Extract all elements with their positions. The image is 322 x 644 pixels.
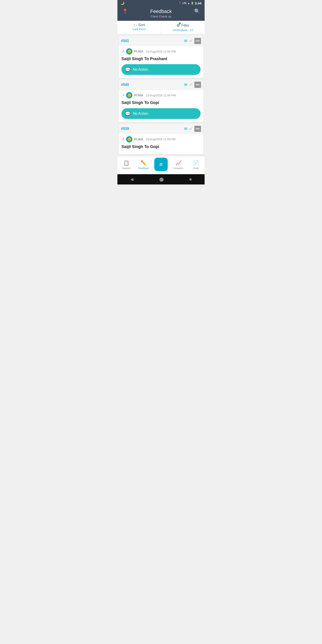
filter-icon-label-row: ⚙ Filter — [176, 23, 190, 28]
sort-icon-label-row: ↑↓ Sort — [134, 23, 145, 27]
card-540-action-label: No Action — [133, 112, 148, 116]
card-540-check-icon[interactable]: ✓ — [189, 82, 192, 87]
nav-item-center[interactable]: ≡ — [154, 158, 168, 172]
home-list-icon: ≡ — [159, 161, 162, 168]
card-540-external-link-icon[interactable]: ↗ — [122, 93, 124, 98]
moon-icon: 🌙 — [120, 1, 124, 5]
home-button[interactable]: ⬤ — [159, 177, 164, 182]
card-539-actions: ✉ ✓ ••• — [184, 126, 201, 132]
card-541-external-link-icon[interactable]: ↗ — [122, 50, 124, 54]
card-541-chat-icon: 💬 — [125, 67, 130, 72]
card-541-meta: ↗ 😐 PI:N/A 21/Aug/2019 12:04 PM — [122, 48, 200, 54]
card-540-timestamp: 21/Aug/2019 12:04 PM — [146, 94, 176, 97]
app-header: 📍 Feedback 🔍 Client Check up — [118, 6, 204, 21]
feedback-icon: ✏️ — [141, 160, 147, 166]
card-541-more-button[interactable]: ••• — [194, 38, 201, 44]
analytics-label: Analytics — [174, 167, 183, 170]
card-540-chat-icon: 💬 — [125, 111, 130, 116]
card-541-header: #541 ✉ ✓ ••• — [119, 36, 203, 46]
card-539-timestamp: 21/Aug/2019 11:53 AM — [146, 138, 175, 141]
nav-item-analytics[interactable]: 📈 Analytics — [172, 160, 185, 170]
card-541-action-label: No Action — [133, 68, 148, 72]
card-540-title: Saijil Singh To Gopi — [122, 100, 200, 105]
analytics-icon: 📈 — [176, 160, 182, 166]
capture-label: Capture — [122, 167, 130, 170]
card-541-timestamp: 21/Aug/2019 12:04 PM — [146, 50, 176, 53]
card-540-pi-label: PI:N/A — [134, 94, 143, 97]
filter-icon-wrapper: ⚙ — [176, 23, 180, 28]
card-541-avatar: 😐 — [126, 48, 132, 54]
draft-label: Draft — [193, 167, 198, 170]
status-bar: 🌙 📍 LTE ▲ 🔋 3:44 — [118, 0, 204, 6]
sort-button[interactable]: ↑↓ Sort Last Form — [118, 21, 161, 34]
page-title: Feedback — [129, 8, 193, 14]
recents-button[interactable]: ■ — [190, 177, 192, 182]
draft-icon: 📄 — [193, 160, 199, 166]
android-nav-bar: ◀ ⬤ ■ — [118, 174, 204, 184]
card-541-title: Saijil Singh To Prashant — [122, 56, 200, 62]
card-540-avatar: 😐 — [126, 92, 132, 98]
signal-icon: ▲ — [188, 2, 190, 4]
feedback-card-540: #540 ✉ ✓ ••• ↗ 😐 PI:N/A 21/Aug/2019 12:0… — [119, 80, 203, 122]
time-display: 3:44 — [195, 1, 202, 5]
sort-sub: Last Form — [132, 28, 146, 31]
card-540-meta: ↗ 😐 PI:N/A 21/Aug/2019 12:04 PM — [122, 92, 200, 98]
nav-item-capture[interactable]: 📋 Capture — [120, 160, 133, 170]
card-539-number: #539 — [121, 127, 184, 131]
card-540-number: #540 — [121, 83, 184, 87]
center-nav-button[interactable]: ≡ — [154, 158, 168, 171]
card-541-number: #541 — [121, 39, 184, 43]
card-539-header: #539 ✉ ✓ ••• — [119, 124, 203, 134]
back-button[interactable]: ◀ — [130, 177, 134, 182]
card-541-body: ↗ 😐 PI:N/A 21/Aug/2019 12:04 PM Saijil S… — [119, 46, 203, 78]
status-bar-right: 📍 LTE ▲ 🔋 3:44 — [178, 1, 202, 5]
feedback-label: Feedback — [138, 167, 149, 170]
card-539-external-link-icon[interactable]: ↗ — [122, 137, 124, 141]
card-540-email-icon[interactable]: ✉ — [184, 82, 188, 87]
filter-label: Filter — [181, 24, 190, 28]
bottom-navigation: 📋 Capture ✏️ Feedback ≡ 📈 Analytics 📄 Dr… — [118, 156, 204, 174]
battery-icon: 🔋 — [191, 2, 194, 5]
feedback-card-541: #541 ✉ ✓ ••• ↗ 😐 PI:N/A 21/Aug/2019 12:0… — [119, 36, 203, 78]
card-539-more-button[interactable]: ••• — [194, 126, 201, 132]
card-540-more-button[interactable]: ••• — [194, 82, 201, 88]
card-539-body: ↗ 😐 PI:N/A 21/Aug/2019 11:53 AM Saijil S… — [119, 134, 203, 154]
card-540-no-action-button[interactable]: 💬 No Action — [122, 108, 200, 119]
feedback-card-539: #539 ✉ ✓ ••• ↗ 😐 PI:N/A 21/Aug/2019 11:5… — [119, 124, 203, 154]
location-pin-icon[interactable]: 📍 — [121, 8, 129, 14]
filter-button[interactable]: ⚙ Filter Unresolved - 12 — [161, 21, 205, 34]
card-539-email-icon[interactable]: ✉ — [184, 126, 188, 131]
card-540-body: ↗ 😐 PI:N/A 21/Aug/2019 12:04 PM Saijil S… — [119, 90, 203, 122]
status-bar-left: 🌙 — [120, 1, 124, 5]
feedback-list: #541 ✉ ✓ ••• ↗ 😐 PI:N/A 21/Aug/2019 12:0… — [118, 34, 204, 156]
search-icon[interactable]: 🔍 — [193, 8, 201, 14]
nav-item-feedback[interactable]: ✏️ Feedback — [137, 160, 150, 170]
nav-item-draft[interactable]: 📄 Draft — [189, 160, 202, 170]
capture-icon: 📋 — [123, 160, 129, 166]
header-subtitle: Client Check up — [151, 15, 171, 18]
location-icon: 📍 — [178, 2, 182, 5]
card-539-check-icon[interactable]: ✓ — [189, 126, 192, 131]
card-541-email-icon[interactable]: ✉ — [184, 38, 188, 44]
card-539-title: Saijil Singh To Gopi — [122, 144, 200, 149]
card-539-avatar: 😐 — [126, 136, 132, 142]
filter-active-dot — [179, 22, 181, 24]
card-541-pi-label: PI:N/A — [134, 50, 143, 53]
card-541-check-icon[interactable]: ✓ — [189, 38, 192, 44]
card-539-meta: ↗ 😐 PI:N/A 21/Aug/2019 11:53 AM — [122, 136, 200, 142]
card-541-no-action-button[interactable]: 💬 No Action — [122, 64, 200, 75]
sort-arrows-icon: ↑↓ — [134, 23, 137, 27]
sort-filter-bar: ↑↓ Sort Last Form ⚙ Filter Unresolved - … — [118, 21, 204, 34]
lte-label: LTE — [182, 2, 186, 4]
sort-label: Sort — [138, 23, 145, 27]
card-540-actions: ✉ ✓ ••• — [184, 82, 201, 88]
card-539-pi-label: PI:N/A — [134, 138, 143, 141]
card-541-actions: ✉ ✓ ••• — [184, 38, 201, 44]
card-540-header: #540 ✉ ✓ ••• — [119, 80, 203, 90]
filter-sub: Unresolved - 12 — [173, 28, 193, 32]
